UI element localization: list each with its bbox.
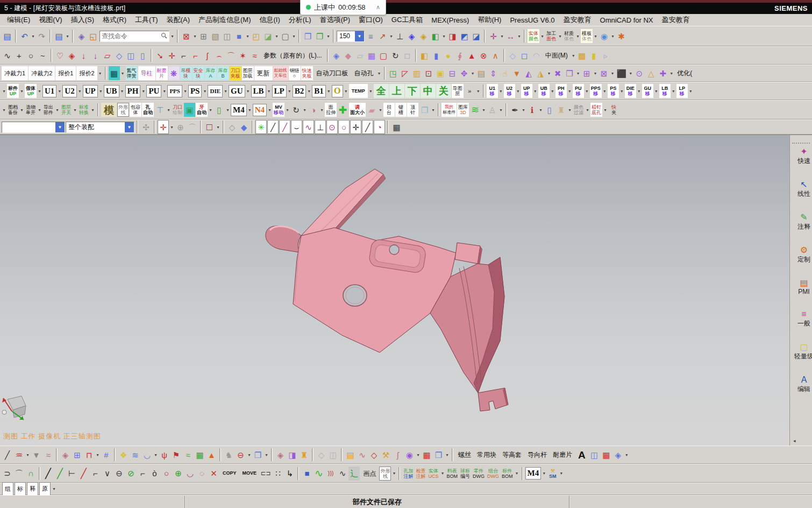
ph-move-button[interactable]: PH移 — [555, 84, 567, 98]
dropdown-arrow[interactable]: ▾ — [441, 34, 446, 39]
ribbon-flow-icon[interactable]: ≈ — [42, 448, 54, 462]
comb-analysis-icon[interactable]: ♒ — [13, 448, 25, 462]
die-tool-icon[interactable]: ⊙ — [633, 66, 645, 80]
library-3d-button[interactable]: 图库3D — [457, 103, 469, 117]
slab-body-icon[interactable]: ▮ — [588, 48, 600, 62]
assembly-dwg-button[interactable]: 组合DWG — [486, 467, 500, 481]
pps-move-button[interactable]: PPS移 — [590, 84, 602, 98]
face-pull-button[interactable]: 面拉伸 — [325, 103, 337, 117]
dropdown-arrow[interactable]: ▾ — [471, 71, 475, 76]
dropdown-arrow[interactable]: ▾ — [575, 34, 580, 39]
heart-region-icon[interactable]: ♡ — [54, 48, 66, 62]
resize-face-button[interactable]: 调面大小 — [349, 103, 366, 117]
machining-face-color-button[interactable]: 加工面色 — [545, 29, 557, 43]
datum-gold-icon[interactable]: ◈ — [418, 29, 429, 43]
show-lower-button[interactable]: 下 — [405, 84, 420, 98]
doc-backup-button[interactable]: 图档备份 — [7, 103, 19, 117]
snap-freehand-icon[interactable]: ⌒ — [187, 120, 198, 134]
gear-icon[interactable]: ✱ — [616, 29, 627, 43]
layer-pu-button[interactable]: PU — [146, 85, 161, 97]
menu-item[interactable]: 首选项(P) — [316, 14, 354, 26]
view-quad-icon[interactable]: ◪ — [471, 29, 482, 43]
dropdown-arrow[interactable]: ▾ — [547, 71, 552, 76]
snap-ellipse-toggle-icon[interactable]: ○ — [338, 120, 350, 134]
surface-uv-icon[interactable]: ◈ — [331, 48, 342, 62]
solid-color-button[interactable]: 实体颜色 — [528, 29, 539, 43]
layer-b2-button[interactable]: B2 — [293, 85, 307, 97]
chamfer-icon[interactable]: ◇ — [507, 48, 518, 62]
dropdown-arrow[interactable]: ▾ — [326, 34, 331, 39]
dropdown-arrow[interactable]: ▾ — [52, 486, 56, 491]
dropdown-arrow[interactable]: ▾ — [2, 108, 6, 112]
more-chevron-icon[interactable]: » — [464, 84, 475, 98]
cylinder-icon[interactable]: ▮ — [431, 48, 442, 62]
view-name-label[interactable]: 测图 工作 摄像机 正三轴测图 — [3, 432, 101, 441]
snap-midpoint-toggle-icon[interactable]: ╱ — [279, 120, 290, 134]
dock-item-定制[interactable]: ⚙定制 — [791, 245, 812, 264]
auto-hole-button[interactable]: 自动孔 — [352, 66, 376, 80]
move-button[interactable]: MOVE — [240, 467, 260, 481]
dropdown-arrow[interactable]: ▾ — [377, 71, 382, 76]
dock-item-注释[interactable]: ✎注释 — [791, 213, 812, 231]
dropdown-arrow[interactable]: ▾ — [576, 71, 581, 76]
lp-move-button[interactable]: LP移 — [676, 84, 688, 98]
calculator-icon[interactable]: ▦ — [109, 66, 120, 80]
view-next-icon[interactable]: ◧ — [430, 29, 441, 43]
dropdown-arrow[interactable]: ▾ — [671, 89, 676, 94]
dropdown-arrow[interactable]: ▾ — [193, 34, 197, 39]
cutter-clamp-plate-button[interactable]: 刀口夹板 — [230, 66, 241, 80]
snap-endpoint-toggle-icon[interactable]: ╱ — [267, 120, 279, 134]
u2-move-button[interactable]: U2移 — [504, 84, 515, 98]
dropdown-arrow[interactable]: ▾ — [416, 453, 421, 457]
die-tool-icon[interactable]: △ — [645, 66, 657, 80]
snap-circle-icon[interactable]: ⊕ — [175, 120, 186, 134]
grid-surface-icon[interactable]: ▦ — [366, 48, 377, 62]
dropdown-arrow[interactable]: ▾ — [603, 108, 608, 112]
menu-item[interactable]: MEX(Press) — [428, 15, 473, 25]
dropdown-arrow[interactable]: ▾ — [688, 89, 693, 94]
dropdown-arrow[interactable]: ▾ — [202, 89, 207, 94]
dropdown-arrow[interactable]: ▾ — [285, 108, 290, 112]
dropdown-arrow[interactable]: ▾ — [307, 89, 311, 94]
scale-select-dropdown-arrow[interactable]: ▼ — [355, 31, 364, 41]
part-top-flange[interactable] — [301, 169, 386, 236]
dropdown-arrow[interactable]: ▾ — [431, 108, 436, 112]
dropdown-arrow[interactable]: ▾ — [141, 89, 146, 94]
start-line-button[interactable]: 起始线又车位 — [273, 66, 288, 80]
menu-item[interactable]: 视图(V) — [35, 14, 66, 26]
midsurface-button[interactable]: 中面(M) — [543, 48, 571, 62]
die-tool-icon[interactable]: ▥ — [411, 66, 423, 80]
thin-sheet-icon[interactable]: ▹ — [600, 48, 611, 62]
offset-body-icon[interactable]: ▯ — [137, 48, 148, 62]
cutter-draw-button[interactable]: 刀口绘制 — [172, 103, 183, 117]
reflect-horse-icon[interactable]: ♞ — [223, 448, 234, 462]
red-curves-icon[interactable]: ))) — [325, 467, 336, 481]
wrench-icon[interactable]: ⚒ — [380, 448, 391, 462]
update-button[interactable]: 更新 — [254, 66, 273, 80]
layer-guide-button[interactable]: 导图层 — [452, 84, 464, 98]
pocket-icon[interactable]: ▣ — [184, 103, 195, 117]
color-filter-button[interactable]: 颜色过滤 — [573, 103, 585, 117]
layer-ps-button[interactable]: PS — [188, 85, 202, 97]
dock-grip[interactable] — [792, 143, 810, 144]
pilot-bottom-hole-button[interactable]: 精钉底孔 — [590, 103, 602, 117]
outline-curve-button[interactable]: 外形线 — [117, 103, 129, 117]
green-plus-icon[interactable]: ✚ — [337, 103, 348, 117]
export-part-button[interactable]: 导出部件 — [42, 103, 54, 117]
blend-curve-icon[interactable]: ʃ — [202, 48, 213, 62]
diamond-face-icon[interactable]: ◈ — [60, 448, 71, 462]
dropdown-arrow[interactable]: ▾ — [389, 34, 394, 39]
circle-tangent-icon[interactable]: ò — [149, 467, 160, 481]
mirror-body-icon[interactable]: ◑ — [308, 103, 319, 117]
cone-draft-icon[interactable]: ▲ — [206, 448, 217, 462]
cone-icon[interactable]: ▲ — [466, 48, 478, 62]
up-move-button[interactable]: UP移 — [521, 84, 532, 98]
blanking-force-1-button[interactable]: 冲裁力1 — [2, 66, 28, 80]
curvature-comb-icon[interactable]: ψ — [159, 448, 170, 462]
layer-u1-button[interactable]: U1 — [42, 85, 56, 97]
menu-item[interactable]: GC工具箱 — [388, 14, 427, 26]
stamp-direction-icon[interactable]: ⊓ — [83, 448, 95, 462]
filter-triangle-icon[interactable]: ▼ — [31, 448, 42, 462]
die-tool-icon[interactable]: ⊞ — [581, 66, 593, 80]
dropdown-arrow[interactable]: ▾ — [98, 71, 103, 76]
